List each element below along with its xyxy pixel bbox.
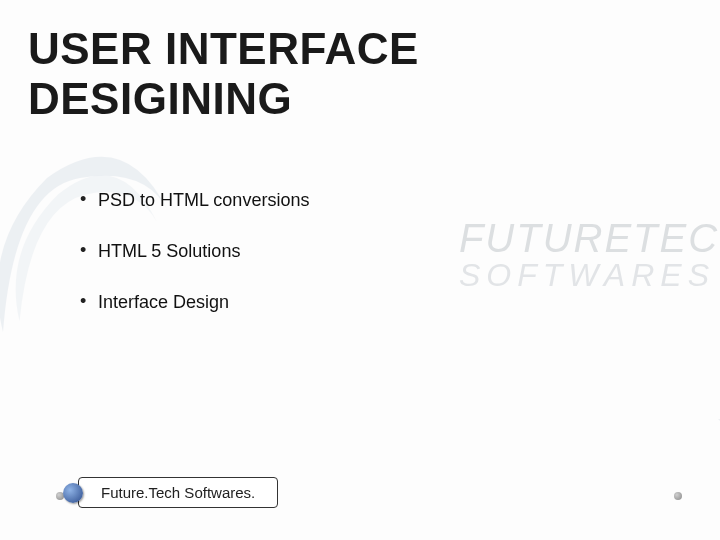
slide-title: USER INTERFACE DESIGINING <box>28 24 692 124</box>
bullet-item: Interface Design <box>80 292 309 313</box>
bullet-item: PSD to HTML conversions <box>80 190 309 211</box>
slide: FUTURETECH SOFTWARES USER INTERFACE DESI… <box>0 0 720 540</box>
watermark-line2: SOFTWARES <box>459 257 720 294</box>
watermark-line1: FUTURETECH <box>459 216 720 261</box>
bullet-item: HTML 5 Solutions <box>80 241 309 262</box>
footer-label: Future.Tech Softwares. <box>78 477 278 508</box>
corner-dot-icon <box>674 492 682 500</box>
decorative-arc <box>298 358 720 540</box>
bullet-list: PSD to HTML conversions HTML 5 Solutions… <box>80 190 309 343</box>
decorative-arc <box>218 358 720 540</box>
watermark-text: FUTURETECH SOFTWARES <box>459 216 720 294</box>
